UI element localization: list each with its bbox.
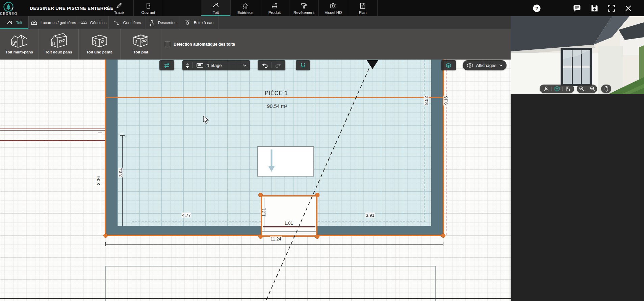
person-view-icon[interactable] <box>543 86 549 92</box>
ribbon-item-lucarnes[interactable]: Lucarnes / gerbières <box>29 16 78 29</box>
section-view-icon[interactable] <box>565 86 571 92</box>
redo-icon[interactable] <box>275 62 282 68</box>
pool-outline[interactable] <box>105 266 436 301</box>
fullscreen-icon[interactable] <box>608 4 615 12</box>
plan-canvas[interactable]: PIÈCE 1 90.54 m² 3.36 3.04 4.77 3.91 1.3… <box>0 60 511 301</box>
separator <box>272 62 272 68</box>
auto-detection-checkbox[interactable] <box>165 42 170 47</box>
dim-left-inner[interactable]: 3.04 <box>118 167 123 177</box>
ribbon-label: Toit <box>16 21 22 25</box>
chevron-down-icon <box>243 64 247 67</box>
dim-recess-height[interactable]: 1.31 <box>261 207 266 217</box>
undo-icon[interactable] <box>261 62 268 68</box>
save-icon[interactable] <box>591 4 598 12</box>
tab-exterieur[interactable]: Extérieur <box>231 0 260 16</box>
roof-plat-button[interactable]: Toit plat <box>121 29 161 60</box>
zoom-out-icon[interactable] <box>590 86 595 92</box>
recess-handle-br[interactable] <box>315 234 319 239</box>
tab-label: Extérieur <box>237 10 253 15</box>
roof-corner-handle-bl[interactable] <box>103 233 108 238</box>
tab-trace[interactable]: Tracé <box>104 0 134 16</box>
dim-left-outer[interactable]: 3.36 <box>96 176 101 185</box>
magnetism-button[interactable] <box>296 60 310 70</box>
roof-button-label: Toit une pente <box>86 50 113 54</box>
recess-handle-bl[interactable] <box>258 234 263 239</box>
recess-handle-tr[interactable] <box>315 193 319 197</box>
terrain-line-2 <box>0 140 105 141</box>
swap-icon <box>163 63 170 68</box>
feedback-icon[interactable] <box>573 4 581 12</box>
roof-multi-pans-button[interactable]: Toit multi-pans <box>0 29 39 60</box>
dim-bottom-left[interactable]: 4.77 <box>181 213 191 218</box>
ribbon-item-toit[interactable]: Toit <box>0 16 29 29</box>
affichages-dropdown[interactable]: Affichages <box>463 60 507 70</box>
ribbon-label: Boite à eau <box>194 21 213 25</box>
ribbon-item-descentes[interactable]: Descentes <box>146 16 179 29</box>
tab-label: Visuel HD <box>325 10 342 15</box>
wall-right[interactable] <box>431 60 443 235</box>
roof-deux-pans-button[interactable]: Toit deux pans <box>39 29 79 60</box>
roof-button-label: Toit plat <box>133 50 148 54</box>
app-window: CEDREO DESSINER UNE PISCINE ENTERRÉE Tra… <box>0 0 644 301</box>
tab-visuel-hd[interactable]: Visuel HD <box>319 0 348 16</box>
gutter-icon <box>113 20 120 26</box>
recess-edge-line-2 <box>262 233 316 233</box>
roof-outline-right[interactable] <box>443 60 444 236</box>
floor-selector[interactable]: 1 étage <box>182 60 250 70</box>
main-tabs: Tracé Ouvrant Toit Extérieur <box>104 0 378 16</box>
separator <box>562 87 563 91</box>
ribbon-item-genoises[interactable]: Génoises <box>78 16 109 29</box>
auto-detection-option: Détection automatique des toits <box>165 29 235 60</box>
eye-icon <box>467 63 473 68</box>
recess-wall-line <box>263 226 315 227</box>
switch-plan-button[interactable] <box>159 60 174 70</box>
pencil-icon <box>115 2 123 9</box>
floor-stepper[interactable] <box>186 63 189 68</box>
ribbon-label: Gouttières <box>123 21 141 25</box>
zoom-in-icon[interactable] <box>579 86 585 92</box>
close-icon[interactable] <box>624 4 632 12</box>
preview-mouse-toolbar <box>601 85 611 93</box>
stepper-down-icon[interactable] <box>186 66 189 68</box>
roof-outline-bottom-left[interactable] <box>105 235 262 236</box>
dim-bottom-right[interactable]: 3.91 <box>365 213 375 218</box>
recess-handle-tl[interactable] <box>258 193 263 197</box>
orbit-3d-icon[interactable] <box>554 86 560 92</box>
mouse-icon[interactable] <box>604 86 609 92</box>
overhang-dash-left <box>132 222 261 222</box>
door-icon <box>145 2 152 9</box>
roof-3d-toggle-button[interactable] <box>441 60 456 70</box>
tab-produit[interactable]: Produit <box>260 0 289 16</box>
dim-right-inner[interactable]: 8.52 <box>424 95 429 105</box>
roof-une-pente-button[interactable]: Toit une pente <box>79 29 121 60</box>
tab-toit[interactable]: Toit <box>201 0 231 16</box>
wall-left[interactable] <box>105 60 118 235</box>
preview-3d-panel[interactable] <box>511 16 644 94</box>
dim-recess-width[interactable]: 1.81 <box>284 221 293 226</box>
stepper-up-icon[interactable] <box>186 63 189 65</box>
dormer-icon <box>31 20 37 26</box>
tab-revetement[interactable]: Revêtement <box>289 0 319 16</box>
separator <box>192 62 193 68</box>
roof-opening[interactable] <box>257 146 314 177</box>
tab-plan[interactable]: Plan <box>348 0 378 16</box>
cedreo-logo-icon[interactable] <box>2 1 15 13</box>
roof-gable-icon <box>48 32 69 48</box>
dim-total-width[interactable]: 11.24 <box>270 236 282 241</box>
wall-bottom-right-segment[interactable] <box>317 226 443 235</box>
tab-gap <box>163 0 201 16</box>
roof-ridge-line[interactable] <box>105 97 443 98</box>
separator <box>551 87 552 91</box>
wall-bottom-left-segment[interactable] <box>105 226 261 235</box>
dim-right-outer[interactable]: 9.16 <box>443 95 448 105</box>
roof-outline-left[interactable] <box>105 60 106 236</box>
chevron-down-icon <box>499 64 503 67</box>
help-icon[interactable]: ? <box>533 4 541 12</box>
tab-label: Revêtement <box>293 10 314 15</box>
roof-outline-bottom-right[interactable] <box>316 235 444 236</box>
tab-ouvrant[interactable]: Ouvrant <box>134 0 163 16</box>
ribbon-item-boite-a-eau[interactable]: Boite à eau <box>179 16 219 29</box>
roof-corner-handle-br[interactable] <box>441 233 445 238</box>
flat-roof-selection[interactable] <box>261 195 317 237</box>
ribbon-item-gouttieres[interactable]: Gouttières <box>109 16 146 29</box>
